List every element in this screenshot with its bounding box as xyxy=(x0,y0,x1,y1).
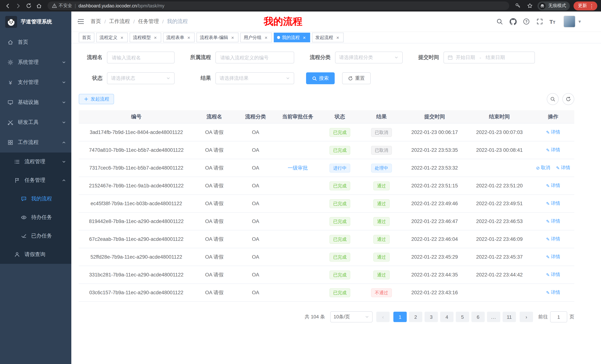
sidebar-item-home[interactable]: 首页 xyxy=(0,32,71,52)
view-tab[interactable]: 用户分组 × xyxy=(240,33,272,42)
sidebar-item-todo-tasks[interactable]: 待办任务 xyxy=(0,208,71,227)
status-select[interactable]: 请选择状态 xyxy=(107,72,175,84)
next-page-button[interactable]: › xyxy=(520,312,533,322)
detail-link[interactable]: ✎详情 xyxy=(546,129,560,135)
table-row[interactable]: 67c2eaab-7b9a-11ec-a290-acde48001122 OA … xyxy=(79,230,574,248)
tab-close-icon[interactable]: × xyxy=(263,35,269,40)
sidebar-item-my-process[interactable]: 我的流程 xyxy=(0,190,71,208)
font-size-icon[interactable]: TT xyxy=(549,18,555,25)
sidebar-item-workflow[interactable]: 工作流程 xyxy=(0,133,71,153)
github-icon[interactable] xyxy=(509,18,517,25)
page-number-button[interactable]: ... xyxy=(487,312,500,322)
reload-icon[interactable] xyxy=(25,2,33,10)
process-def-input[interactable] xyxy=(220,54,290,61)
user-menu[interactable]: ▼ xyxy=(563,16,582,28)
category-select[interactable]: 请选择流程分类 xyxy=(335,52,403,63)
detail-link[interactable]: ✎详情 xyxy=(556,165,570,171)
page-number-button[interactable]: 11 xyxy=(502,312,516,322)
breadcrumb-item[interactable]: 任务管理 xyxy=(138,18,159,25)
prev-page-button[interactable]: ‹ xyxy=(376,312,390,322)
detail-link[interactable]: ✎详情 xyxy=(546,182,560,189)
browser-update-button[interactable]: 更新 ⋮ xyxy=(573,1,597,10)
page-number-button[interactable]: 6 xyxy=(471,312,485,322)
fullscreen-icon[interactable] xyxy=(536,18,543,25)
sidebar-item-infra[interactable]: 基础设施 xyxy=(0,92,71,112)
page-number-button[interactable]: 2 xyxy=(409,312,422,322)
address-bar[interactable]: 不安全 | dashboard.yudao.iocoder.cn/bpm/tas… xyxy=(48,1,509,10)
sidebar-item-leave-query[interactable]: 请假查询 xyxy=(0,245,71,264)
sidebar-item-done-tasks[interactable]: 已办任务 xyxy=(0,227,71,245)
tab-close-icon[interactable]: × xyxy=(302,35,307,40)
password-key-icon[interactable] xyxy=(514,2,522,10)
view-tab[interactable]: 流程表单-编辑 × xyxy=(197,33,239,42)
start-process-button[interactable]: 发起流程 xyxy=(79,94,114,104)
search-button[interactable]: 搜索 xyxy=(306,72,335,84)
home-icon[interactable] xyxy=(35,2,43,10)
search-icon[interactable] xyxy=(496,18,503,25)
refresh-table-button[interactable] xyxy=(562,93,574,105)
status-label: 状态 xyxy=(79,75,107,82)
table-row[interactable]: 7470a810-7b9b-11ec-b5b7-acde48001122 OA … xyxy=(79,141,574,159)
table-row[interactable]: ec45f38f-7b9a-11ec-b03b-acde48001122 OA … xyxy=(79,195,574,212)
app-logo-row[interactable]: 芋道管理系统 xyxy=(0,11,71,32)
incognito-badge[interactable]: 无痕模式 xyxy=(538,1,570,10)
back-icon[interactable] xyxy=(4,2,12,10)
detail-link[interactable]: ✎详情 xyxy=(546,236,560,242)
cancel-link[interactable]: ⊘取消 xyxy=(536,165,550,171)
workflow-icon xyxy=(7,140,13,145)
tab-close-icon[interactable]: × xyxy=(186,35,191,40)
sidebar-item-process-mgmt[interactable]: 流程管理 xyxy=(0,153,71,171)
bookmark-star-icon[interactable] xyxy=(526,2,534,10)
tab-close-icon[interactable]: × xyxy=(119,35,124,40)
detail-link[interactable]: ✎详情 xyxy=(546,147,560,153)
sidebar-item-system[interactable]: 系统管理 xyxy=(0,52,71,72)
reset-button[interactable]: 重置 xyxy=(342,72,371,84)
view-tab[interactable]: 流程表单 × xyxy=(163,33,195,42)
detail-link[interactable]: ✎详情 xyxy=(546,218,560,224)
current-task-link[interactable]: 一级审批 xyxy=(288,165,308,171)
table-row[interactable]: 52ffd28e-7b9a-11ec-a290-acde48001122 OA … xyxy=(79,248,574,266)
tab-close-icon[interactable]: × xyxy=(153,35,158,40)
detail-link[interactable]: ✎详情 xyxy=(546,289,560,296)
tab-close-icon[interactable]: × xyxy=(335,35,340,40)
breadcrumb-item[interactable]: 工作流程 xyxy=(109,18,130,25)
tab-close-icon[interactable]: × xyxy=(230,35,235,40)
view-tab[interactable]: 流程定义 × xyxy=(96,33,128,42)
view-tab[interactable]: 发起流程 × xyxy=(312,33,344,42)
page-number-button[interactable]: 3 xyxy=(425,312,438,322)
result-tag: 通过 xyxy=(373,199,390,208)
view-tab[interactable]: 我的流程 × xyxy=(274,33,310,42)
help-icon[interactable]: ? xyxy=(523,18,530,25)
toggle-search-button[interactable] xyxy=(547,93,559,105)
detail-link[interactable]: ✎详情 xyxy=(546,272,560,278)
goto-page-input[interactable] xyxy=(550,311,567,322)
result-tag: 通过 xyxy=(373,252,390,261)
forward-icon[interactable] xyxy=(14,2,22,10)
table-row[interactable]: 331bc281-7b9a-11ec-a290-acde48001122 OA … xyxy=(79,266,574,284)
table-row[interactable]: 03c6c157-7b9a-11ec-a290-acde48001122 OA … xyxy=(79,284,574,301)
sidebar-item-devtools[interactable]: 研发工具 xyxy=(0,112,71,133)
hamburger-icon[interactable] xyxy=(77,18,85,25)
page-watermark: 我的流程 xyxy=(264,15,302,28)
view-tab[interactable]: 流程模型 × xyxy=(130,33,161,42)
detail-link[interactable]: ✎详情 xyxy=(546,200,560,207)
detail-link[interactable]: ✎详情 xyxy=(546,254,560,260)
result-select[interactable]: 请选择流结果 xyxy=(215,72,294,84)
submit-time-range-picker[interactable]: 开始日期 - 结束日期 xyxy=(443,52,535,63)
page-number-button[interactable]: 5 xyxy=(456,312,469,322)
sidebar-item-task-mgmt[interactable]: 任务管理 xyxy=(0,171,71,190)
page-size-select[interactable]: 10条/页 xyxy=(330,311,372,322)
view-tab[interactable]: 首页 xyxy=(79,33,94,42)
sidebar-item-payment[interactable]: ¥ 支付管理 xyxy=(0,72,71,92)
browser-menu-icon[interactable]: ⋮ xyxy=(589,3,594,8)
table-row[interactable]: 3ad174fb-7b9d-11ec-8404-acde48001122 OA … xyxy=(79,123,574,141)
avatar[interactable] xyxy=(563,16,575,28)
breadcrumb-item[interactable]: 首页 xyxy=(91,18,101,25)
page-number-button[interactable]: 1 xyxy=(393,312,407,322)
table-row[interactable]: 2152467e-7b9b-11ec-9a1b-acde48001122 OA … xyxy=(79,177,574,195)
process-name-input[interactable] xyxy=(111,54,170,61)
page-number-button[interactable]: 4 xyxy=(440,312,453,322)
table-row[interactable]: 7317cec6-7b9b-11ec-b5b7-acde48001122 OA … xyxy=(79,159,574,177)
breadcrumb: 首页/工作流程/任务管理/我的流程 xyxy=(91,18,188,25)
table-row[interactable]: 819442e8-7b9a-11ec-a290-acde48001122 OA … xyxy=(79,212,574,230)
